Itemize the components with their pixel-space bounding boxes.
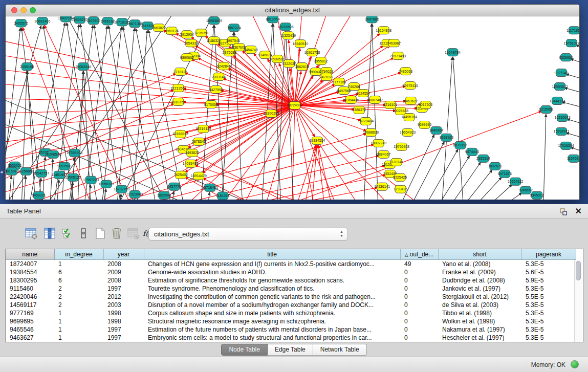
table-cell[interactable]: 1 bbox=[54, 317, 103, 325]
network-node[interactable]: 2055108 bbox=[20, 63, 34, 71]
table-cell[interactable]: 0 bbox=[400, 334, 438, 342]
network-node[interactable]: 2935114 bbox=[476, 155, 490, 162]
network-node[interactable]: 10654112 bbox=[508, 178, 524, 185]
network-node[interactable]: 8813054 bbox=[266, 16, 279, 23]
table-cell[interactable]: Jankovic et al. (1997) bbox=[438, 285, 521, 293]
table-cell[interactable]: 2012 bbox=[103, 293, 144, 301]
network-node[interactable]: 10688639 bbox=[363, 128, 379, 136]
column-header-name[interactable]: name bbox=[6, 249, 54, 259]
tab-edge-table[interactable]: Edge Table bbox=[268, 344, 313, 356]
table-cell[interactable]: 2003 bbox=[103, 301, 144, 309]
network-node[interactable]: 9245652 bbox=[519, 186, 533, 194]
table-row[interactable]: 1872400712008Changes of HCN gene express… bbox=[6, 259, 576, 268]
show-column-icon[interactable] bbox=[43, 227, 56, 240]
network-node[interactable]: 7857224 bbox=[227, 24, 241, 32]
table-cell[interactable]: 0 bbox=[400, 309, 438, 317]
network-node[interactable]: 16154808 bbox=[376, 27, 391, 34]
network-node[interactable]: 8471676 bbox=[498, 170, 512, 178]
network-node[interactable]: 2803144 bbox=[212, 73, 226, 81]
network-node[interactable]: 2405572 bbox=[14, 19, 28, 27]
tab-node-table[interactable]: Node Table bbox=[221, 344, 268, 356]
table-cell[interactable]: 0 bbox=[400, 285, 438, 293]
table-cell[interactable]: Disruption of a novel member of a sodium… bbox=[144, 301, 400, 309]
network-node[interactable]: 9884067 bbox=[377, 150, 390, 158]
network-node[interactable]: 9345012 bbox=[530, 191, 544, 199]
network-node[interactable]: 16210643 bbox=[555, 114, 571, 121]
table-cell[interactable]: 2009 bbox=[103, 268, 144, 276]
network-node[interactable]: 1810755 bbox=[171, 98, 185, 106]
table-cell[interactable]: Dudbridge et al. (2008) bbox=[438, 276, 521, 285]
network-node[interactable]: 8215958 bbox=[539, 106, 553, 114]
network-node[interactable]: 9322037 bbox=[282, 60, 296, 68]
table-row[interactable]: 1456911722003Disruption of a novel membe… bbox=[6, 301, 576, 309]
table-cell[interactable]: 2 bbox=[54, 293, 103, 301]
network-node[interactable]: 9890662 bbox=[180, 54, 194, 61]
table-cell[interactable]: 2 bbox=[54, 301, 103, 309]
row-select-icon[interactable] bbox=[60, 227, 74, 240]
network-node[interactable]: 11325419 bbox=[280, 32, 296, 39]
network-node[interactable]: 1733426 bbox=[394, 185, 407, 193]
table-cell[interactable]: Estimation of the future numbers of pati… bbox=[144, 325, 400, 334]
network-node[interactable]: 16648784 bbox=[445, 49, 461, 56]
table-cell[interactable]: 2 bbox=[54, 285, 103, 293]
network-node[interactable]: 7955812 bbox=[314, 57, 328, 65]
network-node[interactable]: 5912954 bbox=[180, 31, 194, 38]
table-cell[interactable]: 9115460 bbox=[6, 285, 54, 293]
table-cell[interactable]: 9699695 bbox=[6, 317, 54, 325]
network-node[interactable]: 6466162 bbox=[101, 17, 115, 25]
network-node[interactable]: 7832621 bbox=[488, 162, 502, 170]
table-row[interactable]: 977716911998Corpus callosum shape and si… bbox=[6, 309, 576, 317]
table-cell[interactable]: 5.3E-5 bbox=[521, 309, 576, 317]
table-cell[interactable]: Tibbo et al. (1998) bbox=[438, 309, 521, 317]
table-cell[interactable]: Embryonic stem cells: a model to study s… bbox=[144, 334, 400, 342]
table-cell[interactable]: Genome-wide association studies in ADHD. bbox=[144, 268, 400, 276]
network-node[interactable]: 12923443 bbox=[127, 190, 143, 198]
column-header-in_degree[interactable]: in_degree bbox=[54, 249, 103, 259]
table-cell[interactable]: 0 bbox=[400, 317, 438, 325]
network-node[interactable]: 1862615 bbox=[295, 63, 309, 71]
network-node[interactable]: 1120746 bbox=[389, 158, 403, 166]
table-cell[interactable]: 49 bbox=[400, 259, 438, 268]
table-mode-icon[interactable] bbox=[25, 227, 38, 240]
network-node[interactable]: 2718126 bbox=[173, 68, 187, 76]
network-graph[interactable]: 2405572306914061843710410655257152760264… bbox=[6, 16, 579, 200]
network-node[interactable]: 17957223 bbox=[83, 176, 99, 184]
window-titlebar[interactable]: citations_edges.txt bbox=[6, 5, 579, 16]
network-node[interactable]: 2687682 bbox=[365, 16, 379, 23]
table-cell[interactable]: Estimation of significance thresholds fo… bbox=[144, 276, 400, 285]
column-header-pagerank[interactable]: pagerank bbox=[521, 249, 576, 259]
network-node[interactable]: 14136141 bbox=[374, 183, 390, 190]
table-cell[interactable]: 1997 bbox=[103, 325, 144, 334]
table-cell[interactable]: 5.6E-5 bbox=[521, 268, 576, 276]
table-cell[interactable]: 1998 bbox=[103, 309, 144, 317]
table-cell[interactable]: 2008 bbox=[103, 276, 144, 285]
network-node[interactable]: 1493822 bbox=[185, 149, 199, 157]
network-node[interactable]: 1184351 bbox=[216, 192, 230, 200]
network-node[interactable]: 7485063 bbox=[399, 68, 412, 75]
table-cell[interactable]: 18724007 bbox=[6, 259, 54, 268]
tab-network-table[interactable]: Network Table bbox=[313, 344, 367, 356]
table-cell[interactable]: Yano et al. (2008) bbox=[438, 259, 521, 268]
table-cell[interactable]: 1998 bbox=[103, 317, 144, 325]
network-node[interactable]: 9463627 bbox=[404, 97, 418, 105]
table-cell[interactable]: 5.9E-5 bbox=[521, 276, 576, 285]
table-cell[interactable]: 1 bbox=[54, 309, 103, 317]
network-node[interactable]: 19654923 bbox=[400, 128, 416, 136]
network-node[interactable]: 19384554 bbox=[309, 137, 325, 144]
table-cell[interactable]: de Silva et al. (2003) bbox=[438, 301, 521, 309]
table-cell[interactable]: 19384554 bbox=[6, 268, 54, 276]
table-row[interactable]: 911546021997Tourette syndrome. Phenomeno… bbox=[6, 285, 576, 293]
network-node[interactable]: 9017503 bbox=[419, 101, 432, 109]
table-cell[interactable]: 5.3E-5 bbox=[521, 325, 576, 334]
network-node[interactable]: 12444134 bbox=[550, 97, 565, 105]
network-node[interactable]: 9860124 bbox=[165, 27, 179, 35]
table-cell[interactable]: 5.3E-5 bbox=[521, 334, 576, 342]
table-cell[interactable]: 18300295 bbox=[6, 276, 54, 285]
table-cell[interactable]: 5.3E-5 bbox=[521, 259, 576, 268]
table-cell[interactable]: Franke et al. (2009) bbox=[438, 268, 521, 276]
table-cell[interactable]: 1997 bbox=[103, 334, 144, 342]
table-cell[interactable]: Stergiakouli et al. (2012) bbox=[438, 293, 521, 301]
table-cell[interactable]: 5.5E-5 bbox=[521, 293, 576, 301]
network-node[interactable]: 8938923 bbox=[440, 134, 453, 141]
network-node[interactable]: 15751074 bbox=[564, 39, 579, 47]
